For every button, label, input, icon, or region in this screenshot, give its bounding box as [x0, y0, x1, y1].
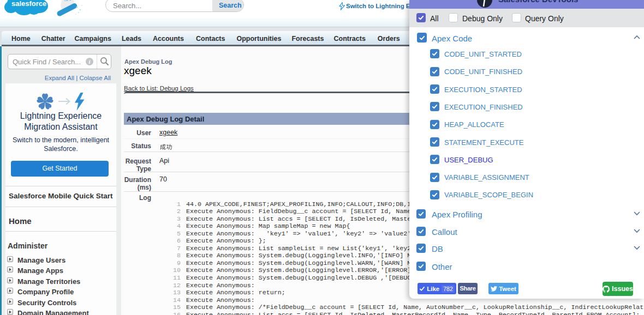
- svg-text:salesforce: salesforce: [11, 0, 46, 8]
